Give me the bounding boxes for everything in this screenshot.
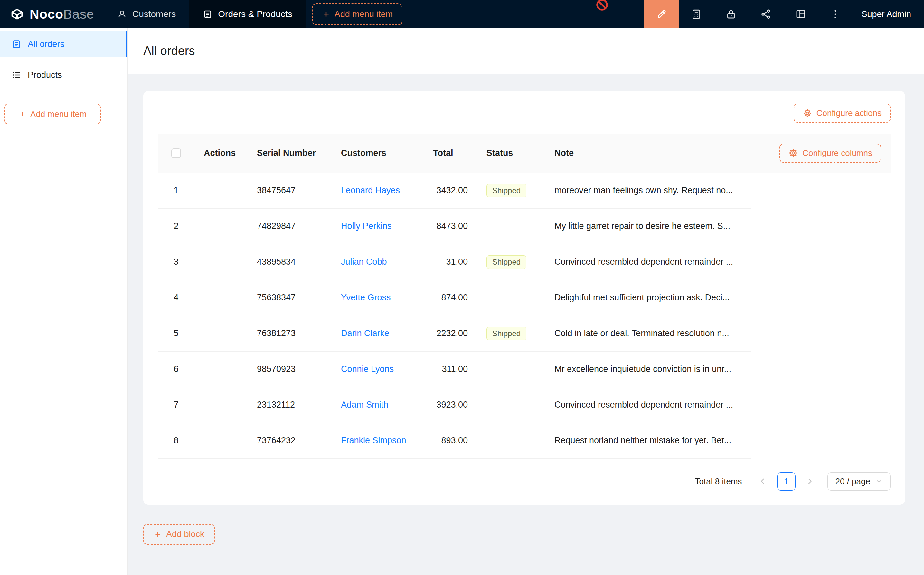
pagination-next-button[interactable] [801, 472, 819, 491]
row-actions-cell [194, 387, 248, 423]
layout-button[interactable] [783, 0, 818, 28]
share-button[interactable] [749, 0, 783, 28]
table-row: 6 98570923 Connie Lyons 311.00 Mr excell… [158, 351, 891, 387]
row-actions-cell [194, 316, 248, 351]
row-index: 7 [158, 387, 194, 423]
table-header: Actions Serial Number Customers Total St… [158, 133, 891, 173]
customer-cell: Julian Cobb [332, 244, 424, 280]
more-button[interactable] [818, 0, 853, 28]
total-cell: 8473.00 [424, 208, 477, 244]
table-row: 8 73764232 Frankie Simpson 893.00 Reques… [158, 423, 891, 459]
note-cell: Cold in late or deal. Terminated resolut… [545, 316, 751, 351]
column-header-customers: Customers [332, 133, 424, 173]
row-actions-cell [194, 173, 248, 208]
nav-item-label: Customers [132, 9, 176, 19]
row-index: 8 [158, 423, 194, 459]
row-index: 1 [158, 173, 194, 208]
customer-link[interactable]: Darin Clarke [341, 329, 389, 338]
page-size-select[interactable]: 20 / page [827, 472, 891, 491]
table-row: 3 43895834 Julian Cobb 31.00 Shipped Con… [158, 244, 891, 280]
status-cell: Shipped [477, 316, 545, 351]
column-header-note: Note [545, 133, 751, 173]
total-cell: 311.00 [424, 351, 477, 387]
customer-link[interactable]: Leonard Hayes [341, 186, 400, 195]
lock-button[interactable] [714, 0, 749, 28]
customer-cell: Adam Smith [332, 387, 424, 423]
logo-text: NocoBase [30, 7, 94, 22]
status-cell [477, 423, 545, 459]
nocobase-logo[interactable]: NocoBase [0, 0, 104, 28]
customer-link[interactable]: Frankie Simpson [341, 435, 406, 445]
note-cell: moreover man feelings own shy. Request n… [545, 173, 751, 208]
add-menu-item-button-top[interactable]: Add menu item [312, 3, 403, 25]
sidebar-item-label: Products [28, 70, 62, 80]
top-nav: Customers Orders & Products Add menu ite… [104, 0, 402, 28]
app-layout: All orders Products Add menu item All or… [0, 28, 924, 575]
customer-link[interactable]: Adam Smith [341, 400, 388, 410]
main-area: All orders [128, 28, 924, 575]
serial-number-cell: 73764232 [248, 423, 332, 459]
note-cell: Convinced resembled dependent remainder … [545, 387, 751, 423]
note-cell: Request norland neither mistake for yet.… [545, 423, 751, 459]
note-cell: Mr excellence inquietude conviction is i… [545, 351, 751, 387]
total-cell: 3432.00 [424, 173, 477, 208]
configure-actions-label: Configure actions [816, 108, 881, 118]
row-index: 3 [158, 244, 194, 280]
column-header-total: Total [424, 133, 477, 173]
nav-item-orders-products[interactable]: Orders & Products [189, 0, 306, 28]
lock-icon [726, 8, 737, 20]
status-tag: Shipped [486, 255, 526, 269]
customer-link[interactable]: Holly Perkins [341, 221, 392, 231]
add-menu-item-button-sidebar[interactable]: Add menu item [4, 104, 101, 124]
row-actions-cell [194, 280, 248, 316]
page-header: All orders [128, 28, 924, 74]
note-cell: Delightful met sufficient projection ask… [545, 280, 751, 316]
ui-editor-button[interactable] [644, 0, 679, 28]
page-content: Configure actions Actions [128, 74, 924, 575]
customer-link[interactable]: Julian Cobb [341, 257, 387, 267]
user-menu[interactable]: Super Admin [853, 0, 924, 28]
sidebar-item-label: All orders [28, 39, 64, 49]
table-row: 4 75638347 Yvette Gross 874.00 Delightfu… [158, 280, 891, 316]
sidebar-item-all-orders[interactable]: All orders [0, 31, 127, 57]
row-actions-cell [194, 423, 248, 459]
select-all-checkbox[interactable] [171, 148, 181, 158]
customer-cell: Holly Perkins [332, 208, 424, 244]
column-header-status: Status [477, 133, 545, 173]
chevron-right-icon [805, 477, 814, 486]
row-actions-cell [194, 351, 248, 387]
pagination: Total 8 items 1 20 / page [158, 472, 891, 491]
table-body: 1 38475647 Leonard Hayes 3432.00 Shipped… [158, 173, 891, 459]
sidebar-item-products[interactable]: Products [0, 62, 127, 88]
total-cell: 31.00 [424, 244, 477, 280]
configure-columns-header-cell: Configure columns [751, 133, 891, 173]
row-index: 6 [158, 351, 194, 387]
select-all-header-cell [158, 133, 194, 173]
status-cell: Shipped [477, 173, 545, 208]
configure-columns-button[interactable]: Configure columns [780, 144, 881, 163]
gear-icon [803, 108, 812, 118]
calculator-button[interactable] [679, 0, 714, 28]
status-tag: Shipped [486, 327, 526, 340]
customer-cell: Leonard Hayes [332, 173, 424, 208]
pagination-prev-button[interactable] [754, 472, 772, 491]
gear-icon [789, 148, 798, 158]
row-index: 4 [158, 280, 194, 316]
customer-link[interactable]: Yvette Gross [341, 293, 391, 302]
column-header-serial-number: Serial Number [248, 133, 332, 173]
add-block-button[interactable]: Add block [143, 524, 215, 545]
pagination-page-1[interactable]: 1 [777, 472, 795, 491]
configure-actions-button[interactable]: Configure actions [794, 104, 891, 123]
status-cell [477, 387, 545, 423]
orders-icon [203, 10, 213, 19]
orders-table-block: Configure actions Actions [143, 91, 905, 505]
customer-link[interactable]: Connie Lyons [341, 364, 394, 374]
list-icon [11, 70, 21, 80]
add-menu-item-label: Add menu item [30, 109, 87, 119]
plus-icon [18, 110, 26, 118]
nav-item-customers[interactable]: Customers [104, 0, 189, 28]
logo-icon [10, 7, 24, 22]
serial-number-cell: 98570923 [248, 351, 332, 387]
pagination-total: Total 8 items [695, 477, 742, 486]
serial-number-cell: 76381273 [248, 316, 332, 351]
